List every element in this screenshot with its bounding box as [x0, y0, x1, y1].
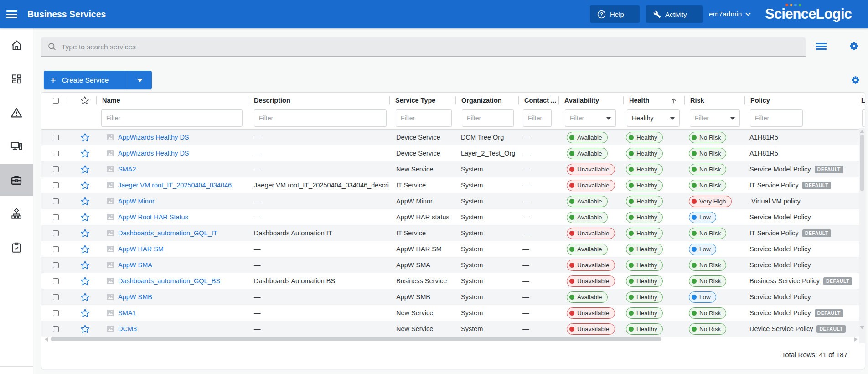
health-filter-select[interactable]: Healthy — [627, 109, 680, 127]
column-header-name[interactable]: Name — [96, 93, 248, 108]
sidebar-item-business-services[interactable] — [0, 164, 33, 196]
column-header-organization[interactable]: Organization — [455, 93, 518, 108]
select-all-checkbox[interactable] — [53, 98, 59, 104]
name-filter-input[interactable] — [101, 109, 243, 127]
service-name-link[interactable]: AppW SMA — [118, 261, 152, 269]
sidebar-item-devices[interactable] — [0, 130, 33, 162]
table-row[interactable]: Jaeger VM root_IT_20250404_034046 Jaeger… — [41, 177, 859, 193]
table-row[interactable]: Dashboards_automation_GQL_IT Dashboards … — [41, 225, 859, 241]
availability-filter-select[interactable]: Filter — [565, 109, 616, 127]
table-row[interactable]: Dashboards_automation_GQL_BS Dashboards … — [41, 273, 859, 289]
scroll-up-arrow[interactable] — [860, 130, 864, 133]
service-name-link[interactable]: Dashboards_automation_GQL_BS — [118, 277, 220, 285]
table-settings-gear-icon[interactable] — [851, 75, 860, 85]
contact-filter-input[interactable] — [523, 109, 552, 127]
activity-button[interactable]: Activity — [646, 5, 703, 23]
row-checkbox[interactable] — [53, 262, 59, 268]
favorite-star-icon[interactable] — [67, 193, 96, 209]
row-checkbox[interactable] — [53, 246, 59, 252]
row-checkbox[interactable] — [53, 151, 59, 156]
favorite-star-icon[interactable] — [67, 321, 96, 337]
service-name-link[interactable]: DCM3 — [118, 325, 137, 332]
scroll-right-arrow[interactable] — [854, 337, 858, 342]
create-service-button[interactable]: + Create Service — [44, 71, 152, 89]
service-name-link[interactable]: AppWizards Healthy DS — [118, 150, 189, 157]
service-name-link[interactable]: AppW SMB — [118, 293, 152, 301]
table-row[interactable]: DCM3 — New Service System — Unavailable … — [41, 321, 859, 337]
row-checkbox[interactable] — [53, 198, 59, 204]
service-name-link[interactable]: AppW Minor — [118, 197, 155, 205]
row-checkbox[interactable] — [53, 294, 59, 300]
row-checkbox[interactable] — [53, 166, 59, 172]
sidebar-item-home[interactable] — [0, 29, 33, 61]
favorite-star-icon[interactable] — [67, 289, 96, 305]
sidebar-item-maps[interactable] — [0, 198, 33, 230]
sidebar-item-events[interactable] — [0, 97, 33, 129]
row-checkbox[interactable] — [53, 182, 59, 188]
column-header-policy[interactable]: Policy — [744, 93, 859, 108]
favorite-star-icon[interactable] — [67, 305, 96, 321]
sidebar-item-tasks[interactable] — [0, 232, 33, 264]
service-name-link[interactable]: Jaeger VM root_IT_20250404_034046 — [118, 182, 232, 189]
search-input[interactable]: Type to search services — [41, 37, 806, 57]
table-row[interactable]: AppW SMA — AppW SMA System — Unavailable… — [41, 257, 859, 273]
column-header-availability[interactable]: Availability — [558, 93, 623, 108]
table-row[interactable]: AppWizards Healthy DS — Device Service L… — [41, 145, 859, 161]
column-header-last[interactable]: La — [859, 93, 865, 108]
service-name-link[interactable]: AppW HAR SM — [118, 245, 164, 253]
service-name-link[interactable]: AppWizards Healthy DS — [118, 134, 189, 141]
sidebar-item-dashboards[interactable] — [0, 63, 33, 95]
header-favorite[interactable] — [67, 93, 96, 108]
hamburger-menu-icon[interactable] — [6, 10, 17, 18]
service-name-link[interactable]: Dashboards_automation_GQL_IT — [118, 229, 217, 237]
favorite-star-icon[interactable] — [67, 130, 96, 145]
risk-filter-select[interactable]: Filter — [690, 109, 740, 127]
scroll-left-arrow[interactable] — [45, 337, 48, 342]
table-row[interactable]: AppW Minor — AppW Minor System — Availab… — [41, 193, 859, 209]
favorite-star-icon[interactable] — [67, 273, 96, 289]
column-header-service-type[interactable]: Service Type — [389, 93, 455, 108]
favorite-star-icon[interactable] — [67, 161, 96, 177]
favorite-star-icon[interactable] — [67, 257, 96, 273]
column-header-contact[interactable]: Contact ... — [518, 93, 558, 108]
favorite-star-icon[interactable] — [67, 209, 96, 225]
table-row[interactable]: AppW HAR SM — AppW HAR SM System — Avail… — [41, 241, 859, 257]
favorite-star-icon[interactable] — [67, 225, 96, 241]
row-checkbox[interactable] — [53, 214, 59, 220]
favorite-star-icon[interactable] — [67, 177, 96, 193]
create-service-dropdown-caret[interactable] — [137, 79, 143, 82]
column-header-risk[interactable]: Risk — [684, 93, 744, 108]
vertical-scrollbar[interactable] — [859, 128, 865, 343]
service-name-link[interactable]: SMA1 — [118, 309, 136, 317]
favorite-star-icon[interactable] — [67, 241, 96, 257]
table-row[interactable]: AppWizards Healthy DS — Device Service D… — [41, 129, 859, 145]
row-checkbox[interactable] — [53, 230, 59, 236]
service-name-link[interactable]: SMA2 — [118, 166, 136, 173]
header-select-all[interactable] — [41, 93, 67, 108]
list-view-icon[interactable] — [816, 43, 827, 50]
favorite-star-icon[interactable] — [67, 145, 96, 161]
user-menu[interactable]: em7admin — [709, 0, 751, 28]
policy-filter-input[interactable] — [750, 109, 803, 127]
row-checkbox[interactable] — [53, 278, 59, 284]
table-row[interactable]: AppW Root HAR Status — AppW HAR status S… — [41, 209, 859, 225]
table-row[interactable]: SMA1 — New Service System — Unavailable … — [41, 305, 859, 321]
row-checkbox[interactable] — [53, 135, 59, 140]
row-checkbox[interactable] — [53, 326, 59, 332]
service-type-filter-input[interactable] — [396, 109, 452, 127]
service-name-link[interactable]: AppW Root HAR Status — [118, 213, 188, 221]
scroll-down-arrow[interactable] — [860, 326, 864, 329]
vertical-scroll-thumb[interactable] — [860, 135, 864, 191]
table-row[interactable]: SMA2 — New Service System — Unavailable … — [41, 161, 859, 177]
description-filter-input[interactable] — [254, 109, 387, 127]
row-checkbox[interactable] — [53, 310, 59, 316]
column-header-health[interactable]: Health — [623, 93, 684, 108]
help-button[interactable]: ? Help — [590, 5, 640, 23]
last-filter-input[interactable] — [862, 109, 865, 127]
column-header-description[interactable]: Description — [248, 93, 389, 108]
organization-filter-input[interactable] — [462, 109, 514, 127]
horizontal-scrollbar[interactable] — [41, 336, 865, 343]
search-settings-gear-icon[interactable] — [849, 41, 859, 51]
horizontal-scroll-thumb[interactable] — [51, 337, 661, 341]
table-row[interactable]: AppW SMB — AppW SMB System — Available H… — [41, 289, 859, 305]
